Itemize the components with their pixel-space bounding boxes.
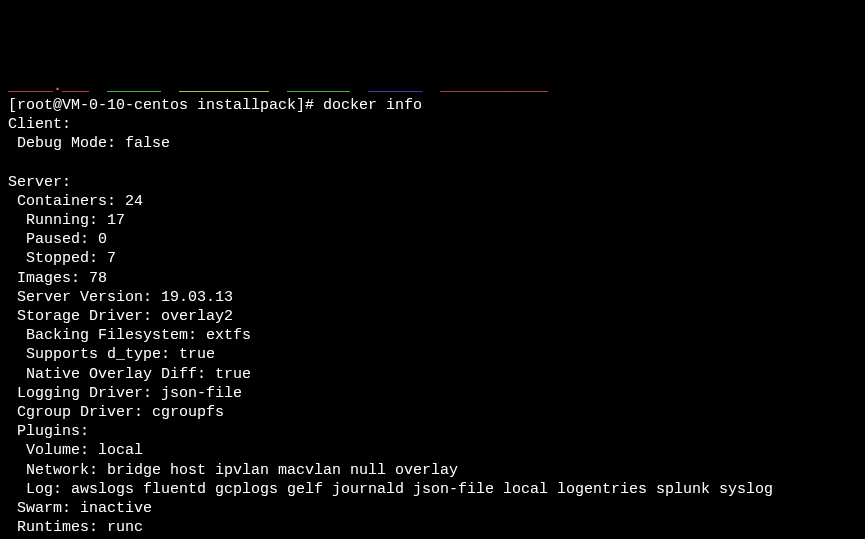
output-line: Stopped: 7 (8, 250, 116, 267)
output-line: Swarm: inactive (8, 500, 152, 517)
output-line: Backing Filesystem: extfs (8, 327, 251, 344)
top-fragment: ______ (368, 78, 422, 95)
output-line: Running: 17 (8, 212, 125, 229)
prompt-command: docker info (323, 97, 422, 114)
output-line: Runtimes: runc (8, 519, 143, 536)
output-line: Plugins: (8, 423, 89, 440)
output-line: Containers: 24 (8, 193, 143, 210)
top-fragment: ______ (107, 78, 161, 95)
prompt-user-host: root@VM-0-10-centos (17, 97, 188, 114)
output-line: Cgroup Driver: cgroupfs (8, 404, 224, 421)
top-fragment: _____.___ (8, 78, 89, 95)
output-line: Client: (8, 116, 71, 133)
output-line: Log: awslogs fluentd gcplogs gelf journa… (8, 481, 773, 498)
output-line: Images: 78 (8, 270, 107, 287)
output-line: Logging Driver: json-file (8, 385, 242, 402)
terminal-output: _____.___ ______ __________ _______ ____… (0, 77, 865, 539)
output-line: Volume: local (8, 442, 143, 459)
top-fragment: __________ (179, 78, 269, 95)
output-line: Network: bridge host ipvlan macvlan null… (8, 462, 458, 479)
top-fragment: ____________ (440, 78, 548, 95)
output-line: Supports d_type: true (8, 346, 215, 363)
prompt-line[interactable]: [root@VM-0-10-centos installpack]# docke… (8, 97, 422, 114)
output-line: Server Version: 19.03.13 (8, 289, 233, 306)
output-line: Debug Mode: false (8, 135, 170, 152)
output-line: Paused: 0 (8, 231, 107, 248)
output-line: Server: (8, 174, 71, 191)
prompt-cwd: installpack (197, 97, 296, 114)
prompt-bracket-close: ]# (296, 97, 323, 114)
output-line: Storage Driver: overlay2 (8, 308, 233, 325)
prompt-bracket-open: [ (8, 97, 17, 114)
output-line: Native Overlay Diff: true (8, 366, 251, 383)
top-fragment: _______ (287, 78, 350, 95)
